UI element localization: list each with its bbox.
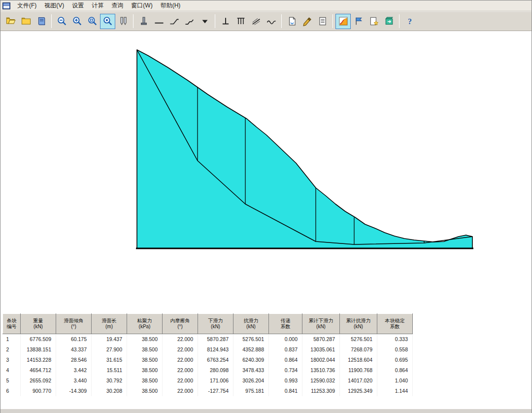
brush-tool-button[interactable] xyxy=(299,14,315,29)
result-chart-button[interactable] xyxy=(335,14,351,29)
toolbar-separator xyxy=(332,14,333,28)
svg-text:?: ? xyxy=(408,17,412,26)
table-cell: 14153.228 xyxy=(21,355,56,365)
table-cell: 6 xyxy=(3,386,21,396)
slice-results-table: 条块 编号重量 (kN)滑面倾角 (°)滑面长 (m)粘聚力 (kPa)内摩擦角… xyxy=(2,313,413,396)
slope-line-tool-button[interactable] xyxy=(166,14,182,29)
column-header-0[interactable]: 条块 编号 xyxy=(3,314,21,334)
import-button[interactable] xyxy=(381,14,397,29)
menubar-items: 文件(F)视图(V)设置计算查询窗口(W)帮助(H) xyxy=(13,0,184,11)
table-cell: 11900.768 xyxy=(340,365,377,376)
column-header-9[interactable]: 累计下滑力 (kN) xyxy=(302,314,340,334)
help-button[interactable]: ? xyxy=(402,14,417,29)
table-cell: 11253.309 xyxy=(302,386,340,396)
page-icon xyxy=(287,16,298,27)
table-cell: 6763.254 xyxy=(198,355,233,365)
table-cell: -127.754 xyxy=(198,386,233,396)
table-cell: 4 xyxy=(3,365,21,376)
table-cell: 5870.287 xyxy=(302,334,340,344)
pile-icon xyxy=(138,16,149,27)
folder-icon xyxy=(21,16,32,27)
table-cell: 30.208 xyxy=(92,386,127,396)
toolbar: ? xyxy=(0,11,532,31)
table-cell: 43.337 xyxy=(56,344,92,355)
table-cell: 22.000 xyxy=(163,355,198,365)
table-cell: 3.442 xyxy=(56,365,92,376)
table-row-6[interactable]: 6900.770-14.30930.20838.50022.000-127.75… xyxy=(3,386,413,396)
table-row-2[interactable]: 213838.15143.33727.90038.50022.0008124.9… xyxy=(3,344,413,355)
column-header-1[interactable]: 重量 (kN) xyxy=(21,314,56,334)
flat-line-tool-button[interactable] xyxy=(151,14,166,29)
measure-tool-button[interactable] xyxy=(115,14,131,29)
table-cell: 13035.061 xyxy=(302,344,340,355)
wave-icon xyxy=(266,16,277,27)
report-tool-button[interactable] xyxy=(315,14,330,29)
column-header-4[interactable]: 粘聚力 (kPa) xyxy=(127,314,163,334)
line-tools-dropdown[interactable] xyxy=(197,14,212,29)
open-file-button[interactable] xyxy=(3,14,18,29)
flag-tool-button[interactable] xyxy=(351,14,366,29)
table-cell: 38.500 xyxy=(127,365,163,376)
table-cell: 1.040 xyxy=(377,376,413,386)
caliper-icon xyxy=(118,16,129,27)
table-cell: 0.993 xyxy=(269,376,302,386)
table-row-4[interactable]: 44654.7123.44215.51138.50022.000280.0983… xyxy=(3,365,413,376)
table-cell: 60.175 xyxy=(56,334,92,344)
berm-line-icon xyxy=(184,16,195,27)
berm-line-tool-button[interactable] xyxy=(182,14,197,29)
table-cell: 38.500 xyxy=(127,355,163,365)
hatch-tool-button[interactable] xyxy=(248,14,264,29)
table-cell: 0.695 xyxy=(377,355,413,365)
zoom-in-button[interactable] xyxy=(69,14,85,29)
table-row-1[interactable]: 16776.50960.17519.43738.50022.0005870.28… xyxy=(3,334,413,344)
zoom-window-button[interactable] xyxy=(100,14,115,29)
brush-icon xyxy=(302,16,313,27)
table-cell: 2 xyxy=(3,344,21,355)
menu-help[interactable]: 帮助(H) xyxy=(157,0,185,11)
pile-tool-button[interactable] xyxy=(136,14,151,29)
column-header-11[interactable]: 本块稳定 系数 xyxy=(377,314,413,334)
status-bar xyxy=(0,409,532,413)
menu-file[interactable]: 文件(F) xyxy=(13,0,40,11)
data-file-button[interactable] xyxy=(33,14,49,29)
export-button[interactable] xyxy=(366,14,381,29)
flag-icon xyxy=(353,16,364,27)
wave-tool-button[interactable] xyxy=(264,14,279,29)
table-cell: 0.333 xyxy=(377,334,413,344)
column-header-6[interactable]: 下滑力 (kN) xyxy=(198,314,233,334)
anchor-tool-button[interactable] xyxy=(218,14,233,29)
column-header-3[interactable]: 滑面长 (m) xyxy=(92,314,127,334)
table-row-3[interactable]: 314153.22828.54631.61538.50022.0006763.2… xyxy=(3,355,413,365)
menu-window[interactable]: 窗口(W) xyxy=(127,0,156,11)
table-cell: 38.500 xyxy=(127,376,163,386)
table-cell: 1 xyxy=(3,334,21,344)
table-cell: 38.500 xyxy=(127,386,163,396)
menu-settings[interactable]: 设置 xyxy=(68,0,88,11)
chevron-down-icon xyxy=(200,16,210,27)
table-cell: 0.864 xyxy=(269,355,302,365)
table-cell: 0.734 xyxy=(269,365,302,376)
table-cell: 4352.888 xyxy=(233,344,269,355)
column-header-2[interactable]: 滑面倾角 (°) xyxy=(56,314,92,334)
open-project-button[interactable] xyxy=(18,14,33,29)
table-cell: 38.500 xyxy=(127,344,163,355)
magnifier-icon xyxy=(102,16,113,27)
table-cell: 18002.044 xyxy=(302,355,340,365)
menu-calculate[interactable]: 计算 xyxy=(88,0,107,11)
drawing-canvas[interactable] xyxy=(0,31,532,312)
column-header-10[interactable]: 累计抗滑力 (kN) xyxy=(340,314,377,334)
zoom-out-button[interactable] xyxy=(54,14,69,29)
page-tool-button[interactable] xyxy=(284,14,299,29)
column-header-7[interactable]: 抗滑力 (kN) xyxy=(233,314,269,334)
table-body: 16776.50960.17519.43738.50022.0005870.28… xyxy=(3,334,413,396)
table-cell: 0.841 xyxy=(269,386,302,396)
menu-view[interactable]: 视图(V) xyxy=(40,0,68,11)
table-cell: 5870.287 xyxy=(198,334,233,344)
column-header-8[interactable]: 传递 系数 xyxy=(269,314,302,334)
zoom-previous-button[interactable] xyxy=(85,14,100,29)
menu-query[interactable]: 查询 xyxy=(107,0,127,11)
table-cell: 28.546 xyxy=(56,355,92,365)
column-header-5[interactable]: 内摩擦角 (°) xyxy=(163,314,198,334)
piles-tool-button[interactable] xyxy=(233,14,248,29)
table-row-5[interactable]: 52655.0923.44030.79238.50022.000171.0063… xyxy=(3,376,413,386)
